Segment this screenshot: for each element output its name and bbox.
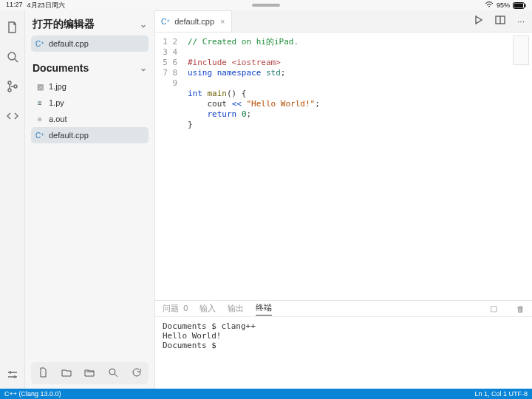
close-panel-icon[interactable]: 🗑 <box>516 304 525 313</box>
file-name: 1.py <box>49 98 64 107</box>
wifi-icon <box>485 1 494 10</box>
list-item[interactable]: ≡ a.out <box>31 111 149 127</box>
file-name: default.cpp <box>49 39 89 48</box>
terminal[interactable]: Documents $ clang++ Hello World! Documen… <box>155 317 532 389</box>
editor-area: C⁺ default.cpp × ··· 1 2 3 4 5 6 7 8 9 /… <box>155 10 532 389</box>
documents-label: Documents <box>33 62 89 74</box>
tab-bar: C⁺ default.cpp × ··· <box>155 10 532 33</box>
explorer-toolbar <box>31 362 149 384</box>
home-indicator[interactable] <box>252 4 280 7</box>
status-date: 4月23日周六 <box>27 1 65 10</box>
status-time: 11:27 <box>6 1 23 10</box>
tab-problems[interactable]: 问题 0 <box>163 303 188 314</box>
language-mode[interactable]: C++ (Clang 13.0.0) <box>4 390 61 398</box>
code-content[interactable]: // Created on hi的iPad. #include <iostrea… <box>185 33 532 300</box>
split-editor-icon[interactable] <box>495 15 505 27</box>
python-file-icon: ≡ <box>35 99 44 107</box>
new-file-icon[interactable] <box>38 367 48 380</box>
chevron-down-icon: ⌄ <box>140 19 147 30</box>
run-icon[interactable] <box>473 15 483 27</box>
code-editor[interactable]: 1 2 3 4 5 6 7 8 9 // Created on hi的iPad.… <box>155 33 532 300</box>
cpp-file-icon: C⁺ <box>35 40 44 48</box>
search-icon[interactable] <box>6 50 19 64</box>
open-editor-item[interactable]: C⁺ default.cpp <box>31 35 149 52</box>
cpp-file-icon: C⁺ <box>161 18 170 26</box>
battery-percent: 95% <box>497 1 510 9</box>
search-files-icon[interactable] <box>108 367 118 380</box>
status-bar: C++ (Clang 13.0.0) Ln 1, Col 1 UTF-8 <box>0 389 532 399</box>
image-file-icon: ▧ <box>35 83 44 91</box>
close-icon[interactable]: × <box>220 17 225 26</box>
binary-file-icon: ≡ <box>35 115 44 123</box>
panel-tabs: 问题 0 输入 输出 终端 ▢ 🗑 <box>155 301 532 317</box>
source-control-icon[interactable] <box>6 80 19 93</box>
file-name: 1.jpg <box>49 82 66 91</box>
code-icon[interactable] <box>6 109 19 123</box>
open-editors-header[interactable]: 打开的编辑器 ⌄ <box>31 15 149 35</box>
ipad-status-bar: 11:27 4月23日周六 95% <box>0 0 532 10</box>
bottom-panel: 问题 0 输入 输出 终端 ▢ 🗑 Documents $ clang++ He… <box>155 300 532 389</box>
tab-debug-console[interactable]: 输出 <box>228 303 244 314</box>
file-name: default.cpp <box>49 131 89 140</box>
svg-point-5 <box>8 89 11 92</box>
open-editors-label: 打开的编辑器 <box>33 18 95 31</box>
list-item[interactable]: C⁺ default.cpp <box>31 127 149 143</box>
file-name: a.out <box>49 115 66 123</box>
documents-header[interactable]: Documents ⌄ <box>31 59 149 78</box>
svg-point-3 <box>8 52 16 60</box>
battery-icon <box>513 2 526 9</box>
cpp-file-icon: C⁺ <box>35 132 44 140</box>
line-gutter: 1 2 3 4 5 6 7 8 9 <box>155 33 185 300</box>
svg-rect-2 <box>525 4 526 7</box>
settings-icon[interactable] <box>6 368 19 381</box>
maximize-panel-icon[interactable]: ▢ <box>490 304 497 313</box>
activity-bar <box>0 10 25 389</box>
svg-point-6 <box>14 85 17 88</box>
more-icon[interactable]: ··· <box>517 16 525 27</box>
chevron-down-icon: ⌄ <box>140 63 147 73</box>
refresh-icon[interactable] <box>132 367 142 380</box>
new-folder-icon[interactable] <box>61 367 72 380</box>
svg-rect-1 <box>514 3 524 7</box>
side-panel: 打开的编辑器 ⌄ C⁺ default.cpp Documents ⌄ ▧ 1.… <box>25 10 155 389</box>
explorer-icon[interactable] <box>6 21 19 34</box>
svg-point-7 <box>109 369 115 375</box>
tab-terminal[interactable]: 终端 <box>256 302 272 316</box>
cursor-position[interactable]: Ln 1, Col 1 UTF-8 <box>474 390 528 398</box>
minimap[interactable] <box>513 35 529 65</box>
tab-default-cpp[interactable]: C⁺ default.cpp × <box>155 10 232 32</box>
svg-point-4 <box>8 81 11 84</box>
tab-label: default.cpp <box>174 17 214 26</box>
list-item[interactable]: ≡ 1.py <box>31 95 149 111</box>
tab-output[interactable]: 输入 <box>200 303 216 314</box>
open-folder-icon[interactable] <box>84 367 95 380</box>
list-item[interactable]: ▧ 1.jpg <box>31 78 149 95</box>
